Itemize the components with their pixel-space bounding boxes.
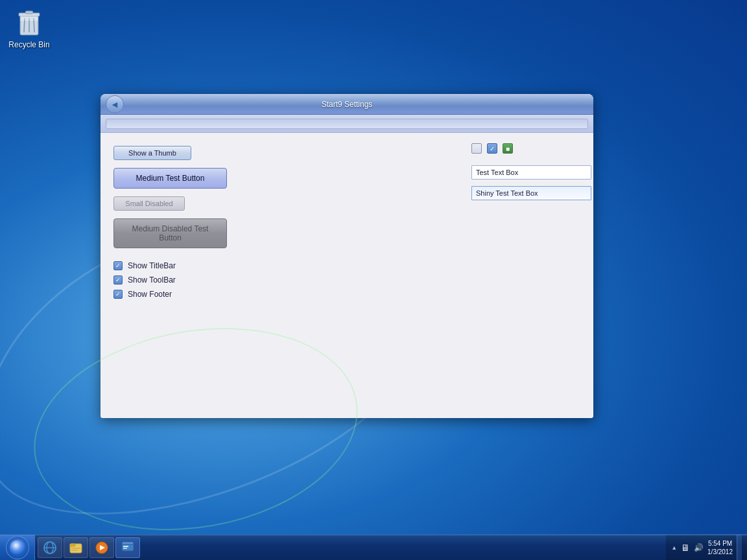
recycle-bin-svg bbox=[16, 6, 42, 38]
window-content: Show a Thumb Medium Test Button Small Di… bbox=[101, 133, 593, 418]
start-button[interactable] bbox=[0, 535, 35, 561]
window-titlebar: ◄ Start9 Settings bbox=[101, 94, 593, 115]
window-toolbar bbox=[101, 115, 593, 133]
taskbar-app-media[interactable] bbox=[89, 537, 114, 558]
checkbox-checked-blue[interactable]: ✓ bbox=[487, 143, 497, 154]
back-button[interactable]: ◄ bbox=[106, 95, 124, 113]
settings-window: ◄ Start9 Settings Show a Thumb Medium Te… bbox=[101, 94, 593, 418]
taskbar-app-ie[interactable] bbox=[38, 537, 62, 558]
checkbox-icon-titlebar: ✓ bbox=[113, 261, 123, 270]
clock-date: 1/3/2012 bbox=[707, 548, 733, 556]
checkbox-label-titlebar: Show TitleBar bbox=[128, 261, 176, 270]
small-disabled-button: Small Disabled bbox=[113, 196, 185, 211]
checkbox-unchecked[interactable] bbox=[471, 143, 482, 154]
checkboxes-row: ✓ ■ bbox=[471, 143, 586, 154]
taskbar: ▲ 🖥 🔊 5:54 PM 1/3/2012 bbox=[0, 534, 747, 560]
medium-test-button[interactable]: Medium Test Button bbox=[113, 168, 227, 189]
recycle-bin-label: Recycle Bin bbox=[8, 40, 49, 49]
checkbox-icon-footer: ✓ bbox=[113, 290, 123, 299]
window-title: Start9 Settings bbox=[322, 100, 373, 109]
svg-rect-13 bbox=[71, 550, 78, 551]
checkbox-checked-green[interactable]: ■ bbox=[503, 143, 513, 154]
recycle-bin-icon[interactable]: Recycle Bin bbox=[6, 6, 52, 49]
svg-rect-12 bbox=[71, 548, 80, 549]
start-orb bbox=[6, 536, 29, 559]
right-panel: ✓ ■ bbox=[464, 133, 593, 418]
checkbox-show-toolbar[interactable]: ✓ Show ToolBar bbox=[113, 275, 451, 285]
show-desktop-button[interactable] bbox=[737, 535, 742, 561]
checkbox-show-titlebar[interactable]: ✓ Show TitleBar bbox=[113, 261, 451, 270]
desktop: Recycle Bin ◄ Start9 Settings Show a Thu… bbox=[0, 0, 747, 560]
tray-arrow[interactable]: ▲ bbox=[671, 544, 677, 551]
taskbar-app-explorer[interactable] bbox=[64, 537, 88, 558]
shiny-text-box-input[interactable] bbox=[471, 186, 591, 200]
tray-volume[interactable]: 🔊 bbox=[694, 543, 704, 552]
svg-rect-11 bbox=[70, 544, 75, 546]
tray-monitor[interactable]: 🖥 bbox=[681, 542, 690, 553]
taskbar-apps bbox=[38, 537, 666, 558]
svg-rect-19 bbox=[123, 548, 127, 549]
taskbar-app-start9[interactable] bbox=[115, 537, 140, 558]
system-tray: ▲ 🖥 🔊 5:54 PM 1/3/2012 bbox=[666, 535, 747, 561]
checkbox-label-footer: Show Footer bbox=[128, 290, 172, 299]
text-box-input[interactable] bbox=[471, 165, 591, 180]
svg-rect-17 bbox=[122, 542, 134, 544]
start-orb-inner bbox=[10, 540, 25, 555]
toolbar-bar bbox=[106, 119, 588, 129]
svg-rect-6 bbox=[20, 16, 38, 21]
time-display: 5:54 PM 1/3/2012 bbox=[707, 539, 733, 556]
svg-rect-2 bbox=[25, 11, 33, 14]
svg-rect-18 bbox=[123, 546, 128, 547]
show-thumb-button[interactable]: Show a Thumb bbox=[113, 146, 191, 160]
checkbox-icon-toolbar: ✓ bbox=[113, 275, 123, 285]
medium-disabled-test-button: Medium Disabled Test Button bbox=[113, 218, 227, 248]
left-panel: Show a Thumb Medium Test Button Small Di… bbox=[101, 133, 464, 418]
clock-time: 5:54 PM bbox=[708, 539, 732, 548]
checkbox-show-footer[interactable]: ✓ Show Footer bbox=[113, 290, 451, 299]
checkbox-label-toolbar: Show ToolBar bbox=[128, 275, 176, 285]
